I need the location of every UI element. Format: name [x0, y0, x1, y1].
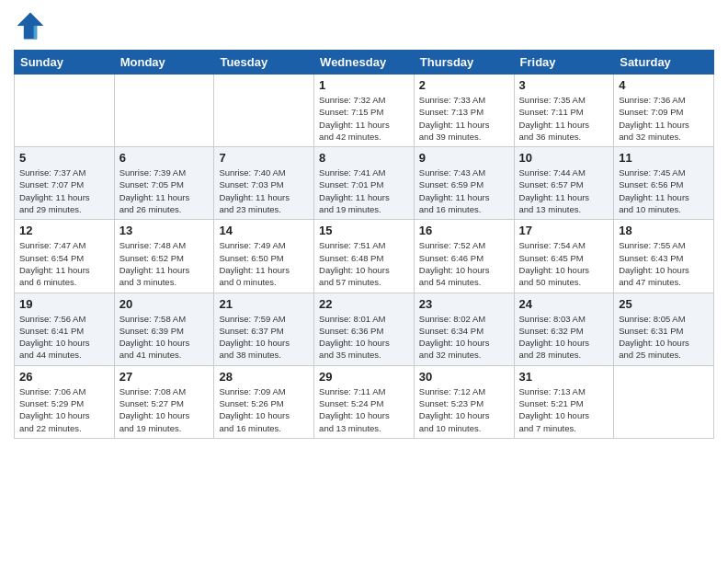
- calendar-cell: 30Sunrise: 7:12 AM Sunset: 5:23 PM Dayli…: [414, 365, 514, 438]
- day-number: 28: [219, 370, 309, 384]
- day-number: 3: [519, 78, 609, 92]
- day-info: Sunrise: 7:40 AM Sunset: 7:03 PM Dayligh…: [219, 167, 309, 215]
- day-info: Sunrise: 7:33 AM Sunset: 7:13 PM Dayligh…: [419, 94, 509, 143]
- day-info: Sunrise: 7:59 AM Sunset: 6:37 PM Dayligh…: [219, 313, 309, 362]
- calendar-cell: 20Sunrise: 7:58 AM Sunset: 6:39 PM Dayli…: [114, 293, 214, 365]
- day-number: 24: [519, 297, 609, 311]
- calendar-cell: 25Sunrise: 8:05 AM Sunset: 6:31 PM Dayli…: [614, 293, 714, 365]
- day-number: 15: [319, 224, 409, 237]
- calendar-header-thursday: Thursday: [414, 51, 514, 75]
- header: [14, 9, 714, 42]
- calendar-cell: 28Sunrise: 7:09 AM Sunset: 5:26 PM Dayli…: [214, 365, 314, 438]
- calendar-cell: [15, 75, 115, 147]
- calendar-cell: 12Sunrise: 7:47 AM Sunset: 6:54 PM Dayli…: [15, 220, 115, 293]
- calendar-week-row: 19Sunrise: 7:56 AM Sunset: 6:41 PM Dayli…: [15, 293, 714, 365]
- calendar-cell: 22Sunrise: 8:01 AM Sunset: 6:36 PM Dayli…: [314, 293, 415, 365]
- calendar: SundayMondayTuesdayWednesdayThursdayFrid…: [14, 50, 714, 439]
- day-number: 17: [519, 224, 609, 237]
- day-number: 5: [19, 151, 109, 165]
- day-info: Sunrise: 7:56 AM Sunset: 6:41 PM Dayligh…: [19, 313, 109, 362]
- day-info: Sunrise: 7:35 AM Sunset: 7:11 PM Dayligh…: [519, 94, 609, 143]
- calendar-header-sunday: Sunday: [15, 51, 115, 75]
- day-number: 13: [119, 224, 210, 237]
- calendar-week-row: 26Sunrise: 7:06 AM Sunset: 5:29 PM Dayli…: [15, 365, 714, 438]
- calendar-header-wednesday: Wednesday: [314, 51, 415, 75]
- day-info: Sunrise: 7:13 AM Sunset: 5:21 PM Dayligh…: [519, 385, 609, 434]
- calendar-cell: 17Sunrise: 7:54 AM Sunset: 6:45 PM Dayli…: [514, 220, 614, 293]
- calendar-cell: [614, 365, 714, 438]
- day-info: Sunrise: 7:39 AM Sunset: 7:05 PM Dayligh…: [119, 167, 210, 215]
- day-number: 21: [219, 297, 309, 311]
- day-number: 4: [619, 78, 709, 92]
- day-info: Sunrise: 7:51 AM Sunset: 6:48 PM Dayligh…: [319, 239, 409, 288]
- calendar-header-friday: Friday: [514, 51, 614, 75]
- day-info: Sunrise: 7:44 AM Sunset: 6:57 PM Dayligh…: [519, 167, 609, 215]
- day-number: 22: [319, 297, 409, 311]
- calendar-cell: 14Sunrise: 7:49 AM Sunset: 6:50 PM Dayli…: [214, 220, 314, 293]
- svg-marker-0: [17, 13, 44, 40]
- calendar-cell: 2Sunrise: 7:33 AM Sunset: 7:13 PM Daylig…: [414, 75, 514, 147]
- day-number: 12: [19, 224, 109, 237]
- day-info: Sunrise: 7:32 AM Sunset: 7:15 PM Dayligh…: [319, 94, 409, 143]
- calendar-cell: 11Sunrise: 7:45 AM Sunset: 6:56 PM Dayli…: [614, 147, 714, 220]
- calendar-header-saturday: Saturday: [614, 51, 714, 75]
- calendar-header-row: SundayMondayTuesdayWednesdayThursdayFrid…: [15, 51, 714, 75]
- calendar-cell: 15Sunrise: 7:51 AM Sunset: 6:48 PM Dayli…: [314, 220, 415, 293]
- calendar-header-tuesday: Tuesday: [214, 51, 314, 75]
- day-number: 6: [119, 151, 210, 165]
- calendar-cell: 6Sunrise: 7:39 AM Sunset: 7:05 PM Daylig…: [114, 147, 214, 220]
- calendar-header-monday: Monday: [114, 51, 214, 75]
- day-info: Sunrise: 7:43 AM Sunset: 6:59 PM Dayligh…: [419, 167, 509, 215]
- day-info: Sunrise: 7:41 AM Sunset: 7:01 PM Dayligh…: [319, 167, 409, 215]
- calendar-cell: [214, 75, 314, 147]
- calendar-cell: 21Sunrise: 7:59 AM Sunset: 6:37 PM Dayli…: [214, 293, 314, 365]
- day-number: 11: [619, 151, 709, 165]
- day-info: Sunrise: 7:37 AM Sunset: 7:07 PM Dayligh…: [19, 167, 109, 215]
- day-info: Sunrise: 7:47 AM Sunset: 6:54 PM Dayligh…: [19, 239, 109, 288]
- day-number: 7: [219, 151, 309, 165]
- day-number: 30: [419, 370, 509, 384]
- day-info: Sunrise: 7:09 AM Sunset: 5:26 PM Dayligh…: [219, 385, 309, 434]
- day-number: 2: [419, 78, 509, 92]
- day-info: Sunrise: 7:36 AM Sunset: 7:09 PM Dayligh…: [619, 94, 709, 143]
- logo: [14, 9, 51, 42]
- day-info: Sunrise: 8:01 AM Sunset: 6:36 PM Dayligh…: [319, 313, 409, 362]
- calendar-week-row: 1Sunrise: 7:32 AM Sunset: 7:15 PM Daylig…: [15, 75, 714, 147]
- calendar-cell: 9Sunrise: 7:43 AM Sunset: 6:59 PM Daylig…: [414, 147, 514, 220]
- day-number: 9: [419, 151, 509, 165]
- calendar-cell: 24Sunrise: 8:03 AM Sunset: 6:32 PM Dayli…: [514, 293, 614, 365]
- calendar-cell: 29Sunrise: 7:11 AM Sunset: 5:24 PM Dayli…: [314, 365, 415, 438]
- calendar-cell: 10Sunrise: 7:44 AM Sunset: 6:57 PM Dayli…: [514, 147, 614, 220]
- day-number: 18: [619, 224, 709, 237]
- day-number: 26: [19, 370, 109, 384]
- day-info: Sunrise: 7:48 AM Sunset: 6:52 PM Dayligh…: [119, 239, 210, 288]
- calendar-cell: 8Sunrise: 7:41 AM Sunset: 7:01 PM Daylig…: [314, 147, 415, 220]
- calendar-cell: 3Sunrise: 7:35 AM Sunset: 7:11 PM Daylig…: [514, 75, 614, 147]
- calendar-week-row: 12Sunrise: 7:47 AM Sunset: 6:54 PM Dayli…: [15, 220, 714, 293]
- day-number: 16: [419, 224, 509, 237]
- day-info: Sunrise: 7:55 AM Sunset: 6:43 PM Dayligh…: [619, 239, 709, 288]
- day-info: Sunrise: 7:12 AM Sunset: 5:23 PM Dayligh…: [419, 385, 509, 434]
- calendar-week-row: 5Sunrise: 7:37 AM Sunset: 7:07 PM Daylig…: [15, 147, 714, 220]
- calendar-cell: 13Sunrise: 7:48 AM Sunset: 6:52 PM Dayli…: [114, 220, 214, 293]
- day-number: 19: [19, 297, 109, 311]
- calendar-cell: 4Sunrise: 7:36 AM Sunset: 7:09 PM Daylig…: [614, 75, 714, 147]
- page: SundayMondayTuesdayWednesdayThursdayFrid…: [0, 0, 728, 563]
- day-number: 8: [319, 151, 409, 165]
- day-info: Sunrise: 8:02 AM Sunset: 6:34 PM Dayligh…: [419, 313, 509, 362]
- day-info: Sunrise: 8:03 AM Sunset: 6:32 PM Dayligh…: [519, 313, 609, 362]
- day-info: Sunrise: 7:45 AM Sunset: 6:56 PM Dayligh…: [619, 167, 709, 215]
- day-info: Sunrise: 7:49 AM Sunset: 6:50 PM Dayligh…: [219, 239, 309, 288]
- day-number: 1: [319, 78, 409, 92]
- day-number: 20: [119, 297, 210, 311]
- calendar-cell: 1Sunrise: 7:32 AM Sunset: 7:15 PM Daylig…: [314, 75, 415, 147]
- day-number: 27: [119, 370, 210, 384]
- day-info: Sunrise: 7:06 AM Sunset: 5:29 PM Dayligh…: [19, 385, 109, 434]
- day-number: 10: [519, 151, 609, 165]
- calendar-cell: 31Sunrise: 7:13 AM Sunset: 5:21 PM Dayli…: [514, 365, 614, 438]
- day-info: Sunrise: 7:54 AM Sunset: 6:45 PM Dayligh…: [519, 239, 609, 288]
- day-number: 29: [319, 370, 409, 384]
- calendar-cell: 5Sunrise: 7:37 AM Sunset: 7:07 PM Daylig…: [15, 147, 115, 220]
- day-number: 25: [619, 297, 709, 311]
- day-info: Sunrise: 7:11 AM Sunset: 5:24 PM Dayligh…: [319, 385, 409, 434]
